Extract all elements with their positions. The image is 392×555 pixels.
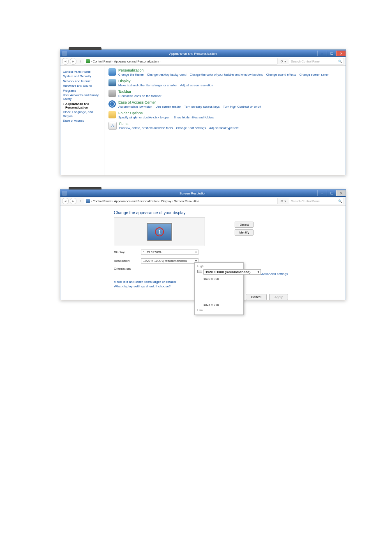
- dropdown-low-label: Low: [197, 308, 241, 312]
- sidebar-item-ease[interactable]: Ease of Access: [63, 119, 101, 123]
- control-panel-window-appearance: Appearance and Personalization – ☐ ✕ ◄ ►…: [60, 49, 346, 175]
- resolution-option[interactable]: 1024 × 768: [203, 303, 261, 307]
- link-change-theme[interactable]: Change the theme: [118, 73, 144, 76]
- display-icon: [108, 79, 116, 86]
- search-placeholder: Search Control Panel: [291, 199, 320, 203]
- display-select[interactable]: 1. PL3270SH: [141, 250, 198, 255]
- sidebar: Control Panel Home System and Security N…: [60, 66, 104, 175]
- sidebar-item-clock[interactable]: Clock, Language, and Region: [63, 110, 101, 118]
- link-low-vision[interactable]: Accommodate low vision: [118, 105, 152, 109]
- link-show-hidden[interactable]: Show hidden files and folders: [173, 116, 214, 119]
- link-change-sound[interactable]: Change sound effects: [266, 73, 296, 76]
- link-high-contrast[interactable]: Turn High Contrast on or off: [223, 105, 261, 109]
- crumb-part[interactable]: Appearance and Personalization: [114, 199, 158, 203]
- crumb-part[interactable]: Screen Resolution: [174, 199, 199, 203]
- sidebar-item-system[interactable]: System and Security: [63, 74, 101, 78]
- crumb-part[interactable]: Appearance and Personalization: [114, 60, 158, 63]
- link-cleartype[interactable]: Adjust ClearType text: [209, 126, 238, 130]
- titlebar: Appearance and Personalization – ☐ ✕: [60, 50, 346, 57]
- search-placeholder: Search Control Panel: [291, 60, 320, 63]
- close-button[interactable]: ✕: [336, 190, 346, 196]
- content-area: Personalization Change the theme Change …: [104, 66, 346, 175]
- window-icon: [62, 51, 67, 56]
- close-button[interactable]: ✕: [336, 51, 346, 56]
- link-click-to-open[interactable]: Specify single- or double-click to open: [118, 116, 170, 119]
- ease-of-access-icon: [108, 100, 116, 108]
- orientation-label: Orientation:: [114, 267, 137, 271]
- refresh-button[interactable]: ⟳ ▾: [279, 60, 288, 63]
- refresh-button[interactable]: ⟳ ▾: [279, 199, 288, 203]
- crumb-part[interactable]: Display: [161, 199, 171, 203]
- monitor-preview-panel[interactable]: 1: [114, 217, 205, 246]
- resolution-option[interactable]: 1600 × 900: [203, 277, 261, 281]
- window-title: Appearance and Personalization: [69, 52, 317, 56]
- link-change-desktop-bg[interactable]: Change desktop background: [147, 73, 187, 76]
- link-make-text-larger[interactable]: Make text and other items larger or smal…: [118, 83, 177, 87]
- address-bar: ◄ ► ↑ › Control Panel › Appearance and P…: [60, 57, 346, 66]
- up-button[interactable]: ↑: [78, 199, 83, 203]
- detect-button[interactable]: Detect: [235, 222, 254, 228]
- sidebar-item-appearance[interactable]: Appearance and Personalization: [63, 102, 101, 110]
- link-preview-fonts[interactable]: Preview, delete, or show and hide fonts: [119, 126, 173, 130]
- page-heading: Change the appearance of your display: [114, 210, 295, 215]
- forward-button[interactable]: ►: [70, 58, 76, 65]
- monitor-number-badge: 1: [155, 227, 164, 236]
- search-input[interactable]: Search Control Panel 🔍: [289, 58, 344, 65]
- resolution-label: Resolution:: [114, 259, 137, 263]
- display-label: Display:: [114, 250, 137, 254]
- slider-thumb[interactable]: [197, 270, 202, 273]
- category-title[interactable]: Folder Options: [118, 111, 341, 115]
- control-panel-icon: [86, 59, 90, 63]
- crumb-part[interactable]: Control Panel: [93, 199, 111, 203]
- maximize-button[interactable]: ☐: [327, 51, 336, 56]
- link-adjust-resolution[interactable]: Adjust screen resolution: [180, 83, 213, 87]
- identify-button[interactable]: Identify: [235, 229, 254, 236]
- address-bar: ◄ ► ↑ › Control Panel › Appearance and P…: [60, 197, 346, 206]
- breadcrumb[interactable]: › Control Panel › Appearance and Persona…: [84, 58, 278, 65]
- screen-resolution-window: Screen Resolution – ☐ ✕ ◄ ► ↑ › Control …: [60, 189, 346, 300]
- category-title[interactable]: Display: [118, 79, 341, 83]
- fonts-icon: A: [108, 122, 117, 130]
- resolution-dropdown[interactable]: High 1920 × 1080 (Recommended) 1600 × 90…: [194, 262, 244, 315]
- window-icon: [62, 191, 67, 196]
- link-change-taskbar-color[interactable]: Change the color of your taskbar and win…: [190, 73, 263, 76]
- sidebar-item-home[interactable]: Control Panel Home: [63, 70, 101, 74]
- display-icon: [86, 199, 90, 203]
- advanced-settings-link[interactable]: Advanced settings: [261, 272, 288, 276]
- search-input[interactable]: Search Control Panel 🔍: [289, 198, 344, 204]
- up-button[interactable]: ↑: [78, 60, 83, 63]
- link-screen-reader[interactable]: Use screen reader: [156, 105, 181, 109]
- forward-button[interactable]: ►: [70, 198, 76, 204]
- resolution-select[interactable]: 1920 × 1080 (Recommended): [141, 258, 198, 264]
- taskbar-icon: [108, 90, 116, 97]
- link-change-screensaver[interactable]: Change screen saver: [300, 73, 329, 76]
- sidebar-item-programs[interactable]: Programs: [63, 89, 101, 92]
- back-button[interactable]: ◄: [62, 58, 69, 65]
- search-icon: 🔍: [338, 60, 342, 63]
- sidebar-item-network[interactable]: Network and Internet: [63, 79, 101, 83]
- category-title[interactable]: Personalization: [118, 68, 341, 72]
- crumb-part[interactable]: Control Panel: [93, 60, 111, 63]
- folder-options-icon: [108, 111, 116, 118]
- link-easy-access-keys[interactable]: Turn on easy access keys: [184, 105, 219, 109]
- minimize-button[interactable]: –: [317, 51, 327, 56]
- breadcrumb[interactable]: › Control Panel › Appearance and Persona…: [84, 198, 278, 204]
- maximize-button[interactable]: ☐: [327, 190, 336, 196]
- sidebar-item-hardware[interactable]: Hardware and Sound: [63, 84, 101, 88]
- dropdown-high-label: High: [197, 264, 241, 268]
- search-icon: 🔍: [338, 199, 342, 203]
- titlebar: Screen Resolution – ☐ ✕: [60, 190, 346, 197]
- monitor-thumbnail[interactable]: 1: [147, 223, 172, 241]
- category-title[interactable]: Taskbar: [118, 90, 341, 94]
- sidebar-item-users[interactable]: User Accounts and Family Safety: [63, 93, 101, 101]
- resolution-option[interactable]: 1920 × 1080 (Recommended): [203, 269, 261, 275]
- minimize-button[interactable]: –: [317, 190, 327, 196]
- apply-button[interactable]: Apply: [269, 294, 288, 300]
- category-title[interactable]: Fonts: [119, 122, 341, 126]
- category-title[interactable]: Ease of Access Center: [118, 100, 341, 104]
- window-title: Screen Resolution: [69, 192, 317, 195]
- back-button[interactable]: ◄: [62, 198, 69, 204]
- link-font-settings[interactable]: Change Font Settings: [176, 126, 206, 130]
- link-customize-taskbar-icons[interactable]: Customize icons on the taskbar: [118, 94, 161, 98]
- personalization-icon: [108, 68, 116, 76]
